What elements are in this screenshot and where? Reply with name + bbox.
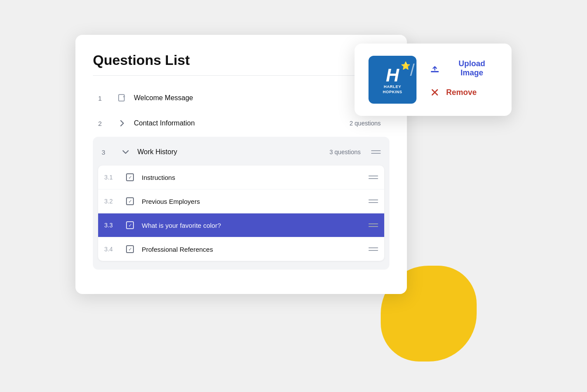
logo-text: HARLEY HOPKINS [383,84,403,95]
sub-number-3-3: 3.3 [104,222,118,229]
sub-label-3-4: Professional References [142,246,362,253]
remove-label: Remove [446,88,477,97]
row-number-1: 1 [98,95,110,102]
sub-number-3-1: 3.1 [104,174,118,181]
checkbox-icon-3-2 [125,196,135,206]
question-row-1[interactable]: 1 Welcome Message [93,86,389,110]
remove-icon [429,86,441,98]
drag-handle-3-3[interactable] [369,223,378,227]
group-container-3: 3 Work History 3 questions 3.1 [93,137,389,270]
page-title: Questions List [93,52,389,68]
drag-handle-group-3[interactable] [371,150,381,154]
drag-handle-3-2[interactable] [369,199,378,203]
chevron-right-icon [117,118,127,128]
sub-items-container: 3.1 Instructions 3.2 Previous Employe [98,166,384,261]
sub-item-3-4[interactable]: 3.4 Professional References [98,237,384,261]
drag-handle-3-4[interactable] [369,247,378,251]
sub-item-3-1[interactable]: 3.1 Instructions [98,166,384,189]
svg-rect-0 [119,95,124,101]
company-logo: ⭐ H HARLEY HOPKINS [369,56,416,104]
chevron-down-icon [121,147,130,157]
drag-handle-3-1[interactable] [369,176,378,179]
group-count-3: 3 questions [329,149,361,155]
checkbox-icon-3-4 [125,244,135,254]
group-label-3: Work History [137,148,322,156]
upload-image-label: Upload Image [446,59,498,78]
divider [93,75,389,76]
row-label-1: Welcome Message [134,94,368,102]
sub-label-3-1: Instructions [142,174,362,181]
sub-number-3-4: 3.4 [104,246,118,253]
group-number-3: 3 [102,149,114,156]
upload-image-button[interactable]: Upload Image [429,59,498,78]
group-header-3[interactable]: 3 Work History 3 questions [98,142,384,162]
upload-actions: Upload Image Remove [429,56,498,98]
row-label-2: Contact Information [134,119,342,127]
checkbox-icon-3-3 [125,220,135,230]
note-icon [117,93,127,103]
sub-item-3-3[interactable]: 3.3 What is your favorite color? [98,213,384,237]
question-row-2[interactable]: 2 Contact Information 2 questions [93,112,389,135]
sub-label-3-2: Previous Employers [142,198,362,205]
svg-rect-1 [431,71,439,72]
logo-slash [410,64,415,76]
sub-item-3-2[interactable]: 3.2 Previous Employers [98,189,384,213]
logo-letter: H [386,66,399,84]
logo-star-icon: ⭐ [401,61,410,71]
checkbox-icon-3-1 [125,172,135,182]
sub-number-3-2: 3.2 [104,198,118,205]
row-count-2: 2 questions [349,120,381,127]
upload-image-card: ⭐ H HARLEY HOPKINS Upload Image [355,44,512,116]
row-number-2: 2 [98,120,110,127]
remove-button[interactable]: Remove [429,86,498,98]
upload-icon [429,62,441,74]
sub-label-3-3: What is your favorite color? [142,222,362,229]
